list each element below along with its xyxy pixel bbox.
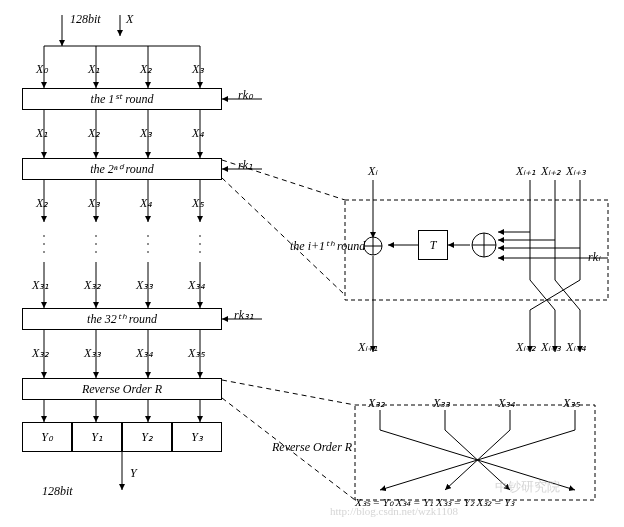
svg-point-20 <box>95 235 97 237</box>
svg-line-63 <box>530 280 580 310</box>
watermark-cn: 中钞研究院 <box>495 478 560 496</box>
round-2-box: the 2ⁿᵈ round <box>22 158 222 180</box>
r1-o3: X₄ <box>192 126 204 141</box>
svg-point-17 <box>43 235 45 237</box>
rk1-label: rk₁ <box>238 158 253 173</box>
top-bits: 128bit <box>70 12 101 27</box>
reverse-box: Reverse Order R <box>22 378 222 400</box>
detail-round-title: the i+1ᵗʰ round <box>290 239 360 254</box>
in-X3: X₃ <box>192 62 204 77</box>
y3-cell: Y₃ <box>172 422 222 452</box>
detail-out-0: Xᵢ₊₁ <box>358 340 378 355</box>
rk31-label: rk₃₁ <box>234 308 254 323</box>
svg-line-62 <box>555 280 580 310</box>
r1-o0: X₁ <box>36 126 48 141</box>
dr-in-2: X₃₄ <box>498 396 515 411</box>
detail-reverse-label: Reverse Order R <box>272 440 352 455</box>
y0-cell: Y₀ <box>22 422 72 452</box>
round-32-box: the 32ᵗʰ round <box>22 308 222 330</box>
bottom-Y: Y <box>130 466 137 481</box>
dr-in-1: X₃₃ <box>433 396 450 411</box>
r1-o1: X₂ <box>88 126 100 141</box>
reverse-label: Reverse Order R <box>82 382 162 397</box>
round-32-label: the 32ᵗʰ round <box>87 312 157 327</box>
t-box: T <box>418 230 448 260</box>
r2-o3: X₅ <box>192 196 204 211</box>
detail-in-2: Xᵢ₊₃ <box>566 164 586 179</box>
in-X1: X₁ <box>88 62 100 77</box>
svg-point-28 <box>199 251 201 253</box>
svg-point-18 <box>43 243 45 245</box>
t-label: T <box>430 238 437 253</box>
svg-point-25 <box>147 251 149 253</box>
round-2-label: the 2ⁿᵈ round <box>90 162 154 177</box>
round-1-label: the 1ˢᵗ round <box>91 92 154 107</box>
r32-o0: X₃₂ <box>32 346 49 361</box>
y0: Y₀ <box>41 430 53 445</box>
r32-o1: X₃₃ <box>84 346 101 361</box>
svg-point-22 <box>95 251 97 253</box>
y2-cell: Y₂ <box>122 422 172 452</box>
detail-in-1: Xᵢ₊₂ <box>541 164 561 179</box>
round-1-box: the 1ˢᵗ round <box>22 88 222 110</box>
r32-o2: X₃₄ <box>136 346 153 361</box>
r2-o0: X₂ <box>36 196 48 211</box>
watermark-url: http://blog.csdn.net/wzk1108 <box>330 505 458 517</box>
pre32-3: X₃₄ <box>188 278 205 293</box>
r1-o2: X₃ <box>140 126 152 141</box>
rk0-label: rk₀ <box>238 88 253 103</box>
bottom-bits: 128bit <box>42 484 73 499</box>
dr-in-0: X₃₂ <box>368 396 385 411</box>
dr-in-3: X₃₅ <box>563 396 580 411</box>
r2-o2: X₄ <box>140 196 152 211</box>
svg-point-19 <box>43 251 45 253</box>
svg-point-27 <box>199 243 201 245</box>
detail-in-0: Xᵢ₊₁ <box>516 164 536 179</box>
svg-line-44 <box>222 178 345 295</box>
pre32-2: X₃₃ <box>136 278 153 293</box>
y3: Y₃ <box>191 430 203 445</box>
detail-out-1: Xᵢ₊₂ <box>516 340 536 355</box>
top-X: X <box>126 12 133 27</box>
svg-line-45 <box>222 380 355 405</box>
svg-point-26 <box>199 235 201 237</box>
pre32-1: X₃₂ <box>84 278 101 293</box>
detail-out-3: Xᵢ₊₄ <box>566 340 586 355</box>
in-X0: X₀ <box>36 62 48 77</box>
detail-out-2: Xᵢ₊₃ <box>541 340 561 355</box>
in-X2: X₂ <box>140 62 152 77</box>
y1: Y₁ <box>91 430 103 445</box>
r32-o3: X₃₅ <box>188 346 205 361</box>
r2-o1: X₃ <box>88 196 100 211</box>
y2: Y₂ <box>141 430 153 445</box>
svg-line-61 <box>530 280 555 310</box>
y1-cell: Y₁ <box>72 422 122 452</box>
detail-Xi: Xᵢ <box>368 164 377 179</box>
detail-rk: rkᵢ <box>588 250 600 265</box>
svg-point-23 <box>147 235 149 237</box>
svg-point-21 <box>95 243 97 245</box>
svg-point-24 <box>147 243 149 245</box>
pre32-0: X₃₁ <box>32 278 49 293</box>
